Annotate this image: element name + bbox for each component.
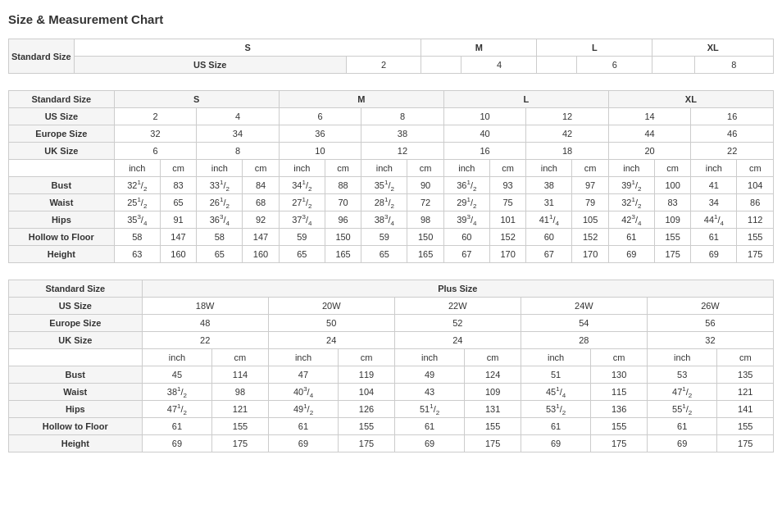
htf-20w-cm: 155: [339, 418, 394, 435]
htf-38-inch: 59: [361, 229, 407, 246]
htf-42-inch: 60: [526, 229, 572, 246]
uk-22p: 22: [142, 332, 268, 349]
unit-cm-8: cm: [737, 160, 774, 177]
hips-46-cm: 112: [737, 211, 774, 229]
unit-inch-8: inch: [691, 160, 737, 177]
unit-cm-4: cm: [407, 160, 443, 177]
waist-32-inch: 251/2: [114, 194, 160, 211]
bust-40-cm: 93: [489, 177, 525, 194]
height-38-cm: 165: [407, 246, 443, 263]
bust-18w-cm: 114: [212, 366, 268, 384]
hips-18w-inch: 471/2: [142, 401, 212, 418]
us-6-label: 6: [577, 57, 652, 74]
waist-34-cm: 68: [243, 194, 279, 211]
us-16: 16: [691, 108, 774, 125]
htf-46-cm: 155: [737, 229, 774, 246]
waist-label: Waist: [9, 194, 115, 211]
hips-40-cm: 101: [489, 211, 525, 229]
waist-20w-inch: 403/4: [268, 384, 339, 401]
hips-36-cm: 96: [325, 211, 361, 229]
unit-inch-p5: inch: [647, 349, 717, 366]
bust-24w-inch: 51: [521, 366, 591, 384]
uk-10: 10: [279, 143, 361, 160]
waist-40-cm: 75: [489, 194, 525, 211]
us-22w: 22W: [394, 298, 521, 315]
us-2: 2: [114, 108, 197, 125]
bust-34-cm: 84: [243, 177, 279, 194]
uk-22: 22: [691, 143, 774, 160]
eu-50: 50: [268, 315, 394, 332]
uk-8: 8: [197, 143, 280, 160]
us-size-label: US Size: [74, 57, 346, 74]
uk-16: 16: [443, 143, 526, 160]
uk-18: 18: [526, 143, 609, 160]
waist-22w-cm: 109: [465, 384, 521, 401]
eu-52: 52: [394, 315, 521, 332]
us-6: 6: [279, 108, 361, 125]
waist-24w-inch: 451/4: [521, 384, 591, 401]
unit-cm-3: cm: [325, 160, 361, 177]
eu-size-plus-th: Europe Size: [9, 315, 143, 332]
hips-20w-cm: 126: [339, 401, 394, 418]
bust-46-cm: 104: [737, 177, 774, 194]
waist-plus-label: Waist: [9, 384, 143, 401]
waist-34-inch: 261/2: [197, 194, 243, 211]
htf-40-inch: 60: [443, 229, 489, 246]
unit-inch-p2: inch: [268, 349, 339, 366]
standard-size-table: Standard Size S M L XL US Size 2 4 6 8: [8, 39, 774, 74]
unit-cm-5: cm: [489, 160, 525, 177]
uk-12: 12: [361, 143, 444, 160]
waist-18w-cm: 98: [212, 384, 268, 401]
height-plus-label: Height: [9, 435, 143, 452]
eu-34: 34: [197, 125, 280, 143]
unit-inch-2: inch: [197, 160, 243, 177]
hollow-floor-label: Hollow to Floor: [9, 229, 115, 246]
uk-24p: 24: [268, 332, 394, 349]
waist-36-inch: 271/2: [279, 194, 325, 211]
hips-32-cm: 91: [160, 211, 196, 229]
bust-20w-cm: 119: [339, 366, 394, 384]
page-title: Size & Measurement Chart: [8, 8, 774, 30]
eu-44: 44: [608, 125, 691, 143]
waist-42-inch: 31: [526, 194, 572, 211]
htf-32-inch: 58: [114, 229, 160, 246]
uk-28p: 28: [521, 332, 647, 349]
bust-44-inch: 391/2: [608, 177, 654, 194]
m-th: M: [279, 91, 443, 108]
height-24w-inch: 69: [521, 435, 591, 452]
waist-20w-cm: 104: [339, 384, 394, 401]
htf-20w-inch: 61: [268, 418, 339, 435]
height-24w-cm: 175: [591, 435, 647, 452]
unit-spacer: [9, 160, 115, 177]
unit-inch-4: inch: [361, 160, 407, 177]
m-group-header: M: [421, 39, 537, 57]
waist-44-inch: 321/2: [608, 194, 654, 211]
htf-44-inch: 61: [608, 229, 654, 246]
bust-36-inch: 341/2: [279, 177, 325, 194]
height-42-inch: 67: [526, 246, 572, 263]
eu-40: 40: [443, 125, 526, 143]
bust-20w-inch: 47: [268, 366, 339, 384]
bust-44-cm: 100: [654, 177, 690, 194]
hips-42-cm: 105: [572, 211, 608, 229]
htf-26w-inch: 61: [647, 418, 717, 435]
us-spacer2: [537, 57, 577, 74]
hips-18w-cm: 121: [212, 401, 268, 418]
bust-plus-label: Bust: [9, 366, 143, 384]
htf-38-cm: 150: [407, 229, 443, 246]
height-46-cm: 175: [737, 246, 774, 263]
htf-36-inch: 59: [279, 229, 325, 246]
unit-cm-1: cm: [160, 160, 196, 177]
hips-44-cm: 109: [654, 211, 690, 229]
eu-42: 42: [526, 125, 609, 143]
bust-label: Bust: [9, 177, 115, 194]
height-20w-cm: 175: [339, 435, 394, 452]
bust-32-inch: 321/2: [114, 177, 160, 194]
us-14: 14: [608, 108, 691, 125]
height-34-cm: 160: [243, 246, 279, 263]
height-18w-cm: 175: [212, 435, 268, 452]
xl-group-header: XL: [652, 39, 774, 57]
height-36-cm: 165: [325, 246, 361, 263]
us-spacer3: [652, 57, 694, 74]
hips-44-inch: 423/4: [608, 211, 654, 229]
